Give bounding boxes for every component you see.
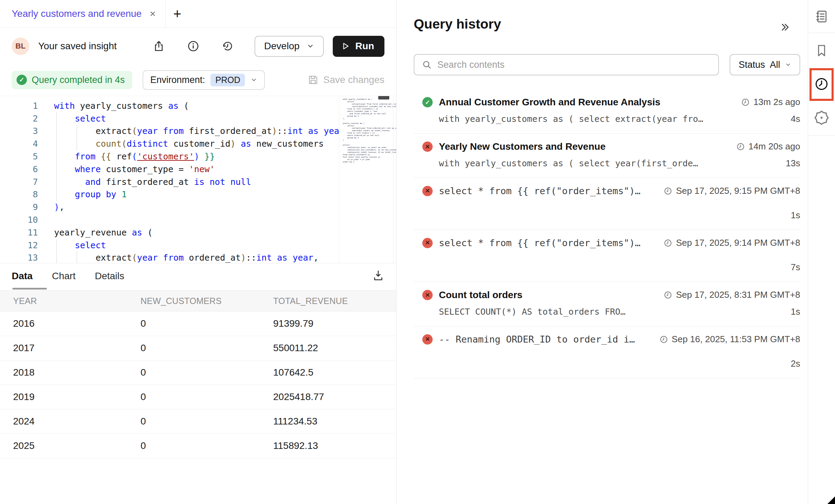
code-token: select	[75, 114, 106, 124]
run-button[interactable]: Run	[333, 36, 384, 57]
environment-dropdown[interactable]: Environment: PROD	[143, 70, 265, 90]
history-item-title-row: ✕Count total orders	[422, 290, 663, 301]
timestamp-text: Sep 17, 2025, 9:15 PM GMT+8	[676, 186, 800, 196]
history-item[interactable]: ✕-- Renaming ORDER_ID to order_id i…Sep …	[414, 326, 800, 378]
code-token: as	[168, 101, 178, 111]
code-token	[54, 240, 75, 250]
code-token: new_customers	[251, 139, 324, 149]
success-check-icon: ✓	[17, 75, 27, 85]
code-token: distinct	[127, 139, 168, 149]
cell-year: 2025	[13, 440, 141, 451]
table-row[interactable]: 20170550011.22	[0, 336, 396, 360]
timestamp-text: Sep 17, 2025, 8:31 PM GMT+8	[676, 290, 800, 300]
tab-close-icon[interactable]: ×	[150, 9, 156, 19]
code-line[interactable]: 4 count(distinct customer_id) as new_cus…	[0, 137, 396, 150]
notebook-icon[interactable]	[814, 9, 829, 25]
code-line[interactable]: 1with yearly_customers as (	[0, 99, 396, 112]
history-item-meta: Sep 16, 2025, 11:53 PM GMT+82s	[659, 334, 800, 369]
clock-icon	[663, 291, 672, 300]
run-label: Run	[355, 41, 374, 52]
code-token: int as year	[287, 126, 344, 136]
history-item[interactable]: ✕select * from {{ ref("order_items")…Sep…	[414, 178, 800, 230]
code-line[interactable]: 10	[0, 213, 396, 226]
collapse-panel-icon[interactable]	[779, 21, 791, 34]
version-history-icon[interactable]	[221, 40, 234, 52]
history-clock-icon[interactable]	[814, 76, 829, 93]
download-results-icon[interactable]	[372, 269, 384, 283]
table-row[interactable]: 20250115892.13	[0, 434, 396, 458]
code-line[interactable]: 12 select	[0, 239, 396, 252]
code-line[interactable]: 9),	[0, 201, 396, 213]
history-search-box[interactable]	[414, 54, 719, 75]
code-token	[54, 177, 85, 187]
results-table-body: 2016091399.7920170550011.2220180107642.5…	[0, 312, 396, 458]
editor-minimap[interactable]: with yearly_customers as ( select extrac…	[339, 96, 394, 263]
table-row[interactable]: 2016091399.79	[0, 312, 396, 336]
code-token: ,	[313, 253, 319, 263]
status-error-icon: ✕	[422, 141, 433, 152]
sql-code-editor[interactable]: 1with yearly_customers as (2 select3 ext…	[0, 96, 396, 263]
history-item-content: ✕Count total ordersSELECT COUNT(*) AS to…	[422, 290, 663, 317]
code-line[interactable]: 5 from {{ ref('customers') }}	[0, 150, 396, 163]
tab-details[interactable]: Details	[95, 271, 124, 282]
code-line[interactable]: 6 where customer_type = 'new'	[0, 163, 396, 176]
code-line[interactable]: 3 extract(year from first_ordered_at)::i…	[0, 125, 396, 138]
tab-data[interactable]: Data	[12, 271, 33, 282]
cell-new-customers: 0	[141, 343, 273, 354]
code-token: yearly_revenue	[54, 228, 132, 238]
line-number: 1	[0, 101, 38, 111]
new-tab-button[interactable]: +	[173, 7, 181, 21]
right-icon-rail	[808, 0, 835, 504]
history-item-duration: 1s	[791, 210, 800, 221]
tab-yearly-customers-and-revenue[interactable]: Yearly customers and revenue ×	[0, 0, 166, 28]
code-line[interactable]: 13 extract(year from ordered_at)::int as…	[0, 252, 396, 263]
code-token: ::	[277, 126, 287, 136]
cell-year: 2024	[13, 416, 141, 427]
history-item-duration: 13s	[786, 158, 800, 169]
history-item[interactable]: ✕Yearly New Customers and Revenuewith ye…	[414, 134, 800, 178]
line-number: 2	[0, 114, 38, 124]
share-icon[interactable]	[153, 40, 165, 52]
search-input[interactable]	[437, 60, 711, 70]
code-token: first_ordered_at	[184, 126, 272, 136]
code-line[interactable]: 7 and first_ordered_at is not null	[0, 176, 396, 188]
cell-total-revenue: 91399.79	[273, 318, 396, 329]
history-item[interactable]: ✓Annual Customer Growth and Revenue Anal…	[414, 89, 800, 134]
history-item-content: ✕select * from {{ ref("order_items")…	[422, 186, 663, 221]
insight-toolbar: BL Your saved insight Develop	[0, 28, 396, 64]
history-item-duration: 7s	[791, 262, 800, 273]
cell-new-customers: 0	[141, 367, 273, 378]
history-item-timestamp: Sep 17, 2025, 9:15 PM GMT+8	[663, 186, 800, 196]
table-row[interactable]: 20240111234.53	[0, 409, 396, 434]
status-filter-value: All	[770, 60, 780, 70]
history-item-title-row: ✕select * from {{ ref("order_items")…	[422, 186, 663, 196]
history-item[interactable]: ✕select * from {{ ref("order_items")…Sep…	[414, 230, 800, 282]
table-row[interactable]: 20180107642.5	[0, 360, 396, 385]
history-item-title-row: ✕Yearly New Customers and Revenue	[422, 141, 736, 152]
table-row[interactable]: 201902025418.77	[0, 385, 396, 409]
code-token: is not null	[194, 177, 251, 187]
clock-icon	[663, 239, 672, 248]
tab-chart[interactable]: Chart	[52, 271, 75, 282]
status-filter-label: Status	[739, 60, 765, 70]
code-line[interactable]: 2 select	[0, 112, 396, 125]
bookmark-icon[interactable]	[814, 43, 829, 59]
history-item-content: ✕-- Renaming ORDER_ID to order_id i…	[422, 334, 659, 369]
history-item[interactable]: ✕Count total ordersSELECT COUNT(*) AS to…	[414, 282, 800, 326]
code-line[interactable]: 8 group by 1	[0, 188, 396, 201]
code-token: select	[75, 240, 106, 250]
history-item-sql-preview: with yearly_customers as ( select extrac…	[439, 114, 741, 124]
editor-scrollbar-thumb[interactable]	[378, 96, 389, 99]
line-number: 8	[0, 189, 38, 199]
line-number: 6	[0, 164, 38, 174]
line-number: 7	[0, 177, 38, 187]
info-icon[interactable]	[187, 40, 199, 52]
status-filter-dropdown[interactable]: Status All	[730, 54, 800, 75]
history-item-title-row: ✓Annual Customer Growth and Revenue Anal…	[422, 97, 741, 108]
develop-dropdown[interactable]: Develop	[255, 36, 324, 57]
code-token: )	[241, 253, 246, 263]
save-changes-button[interactable]: Save changes	[308, 74, 384, 85]
dbt-logo-icon[interactable]	[813, 109, 830, 127]
code-line[interactable]: 11yearly_revenue as (	[0, 226, 396, 239]
code-token: first_ordered_at	[101, 177, 194, 187]
